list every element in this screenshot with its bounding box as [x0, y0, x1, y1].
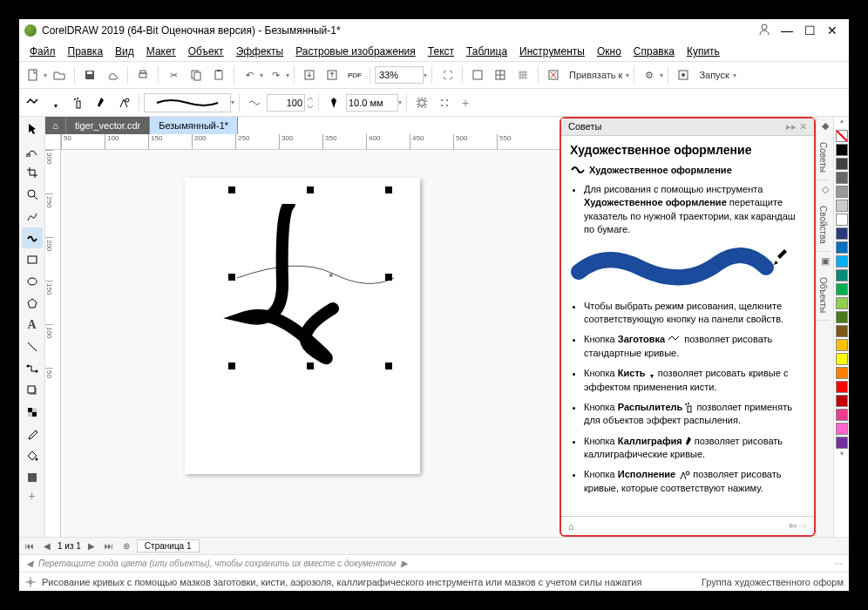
account-icon[interactable] — [753, 23, 776, 39]
polygon-tool[interactable] — [22, 293, 43, 314]
swatch[interactable] — [836, 311, 848, 323]
page-next-button[interactable]: ▶ — [85, 541, 98, 551]
hints-forward-button[interactable]: ⇨ — [799, 520, 807, 531]
connector-tool[interactable] — [22, 358, 43, 379]
artwork-stroke[interactable]: × — [220, 204, 411, 378]
docker-tab-hints-icon[interactable]: ◆ — [817, 117, 833, 135]
zoom-tool[interactable] — [22, 184, 43, 205]
sel-handle-nw[interactable] — [228, 186, 235, 193]
doc-tab-1[interactable]: tiger_vector.cdr — [66, 117, 150, 134]
cut-button[interactable]: ✂ — [163, 64, 184, 85]
palette-up-button[interactable]: ▴ — [834, 117, 849, 129]
copy-button[interactable] — [186, 64, 207, 85]
swatch[interactable] — [836, 395, 848, 407]
swatch[interactable] — [836, 200, 848, 212]
menu-bitmaps[interactable]: Растровые изображения — [290, 44, 421, 59]
new-button[interactable] — [23, 64, 44, 85]
swatch[interactable] — [836, 227, 848, 240]
fill-tool[interactable] — [22, 445, 43, 466]
swatch-black[interactable] — [836, 144, 848, 156]
menu-text[interactable]: Текст — [423, 44, 459, 59]
grid2-button[interactable] — [490, 64, 511, 85]
eyedropper-tool[interactable] — [22, 424, 43, 444]
bounding-button[interactable] — [411, 92, 432, 113]
parallel-dim-tool[interactable] — [22, 336, 43, 357]
swatch[interactable] — [836, 325, 848, 337]
swatch[interactable] — [836, 269, 848, 281]
swatch[interactable] — [836, 297, 848, 309]
save-button[interactable] — [79, 64, 100, 85]
swatch[interactable] — [836, 381, 848, 393]
zoom-input[interactable] — [375, 66, 424, 84]
tool-add[interactable]: + — [23, 489, 40, 503]
preset-button[interactable] — [23, 92, 44, 113]
import-button[interactable] — [299, 64, 320, 85]
swatch[interactable] — [836, 255, 848, 268]
doc-tab-2[interactable]: Безымянный-1* — [150, 117, 238, 134]
menu-help[interactable]: Справка — [628, 44, 680, 59]
launch-label[interactable]: Запуск — [695, 70, 732, 80]
brush-button[interactable] — [45, 92, 66, 113]
grid3-button[interactable] — [512, 64, 533, 85]
swatch[interactable] — [836, 367, 848, 379]
rectangle-tool[interactable] — [22, 249, 43, 270]
add-preset-button[interactable]: + — [457, 96, 474, 110]
swatch[interactable] — [836, 437, 848, 449]
crop-tool[interactable] — [22, 162, 43, 183]
sel-handle-ne[interactable] — [385, 186, 392, 193]
cloud-button[interactable] — [102, 64, 123, 85]
maximize-button[interactable]: ☐ — [798, 24, 821, 37]
shape-tool[interactable] — [22, 140, 43, 161]
docker-tab-hints[interactable]: Советы — [817, 135, 830, 180]
ellipse-tool[interactable] — [22, 271, 43, 292]
menu-file[interactable]: Файл — [24, 44, 61, 59]
launch-icon[interactable] — [673, 64, 694, 85]
drop-shadow-tool[interactable] — [22, 380, 43, 401]
swatch-none[interactable] — [836, 130, 848, 142]
page-prev-button[interactable]: ◀ — [40, 541, 54, 551]
swatch[interactable] — [836, 423, 848, 435]
page-first-button[interactable]: ⏮ — [23, 541, 37, 551]
menu-layout[interactable]: Макет — [141, 44, 181, 59]
text-tool[interactable]: A — [22, 315, 43, 336]
page-last-button[interactable]: ⏭ — [102, 541, 116, 551]
swatch[interactable] — [836, 339, 848, 351]
menu-effects[interactable]: Эффекты — [231, 44, 289, 59]
docker-tab-objects[interactable]: Объекты — [817, 270, 830, 321]
docker-tab-objects-icon[interactable]: ▣ — [817, 252, 833, 270]
options-button[interactable]: ⚙ — [639, 64, 660, 85]
sel-handle-n[interactable] — [307, 186, 314, 193]
menu-window[interactable]: Окно — [592, 44, 627, 59]
home-tab[interactable]: ⌂ — [45, 117, 66, 134]
hints-back-button[interactable]: ⇦ — [789, 520, 797, 531]
minimize-button[interactable]: — — [776, 24, 798, 37]
page-tab-1[interactable]: Страница 1 — [137, 539, 200, 552]
tray-next-button[interactable]: ▶ — [401, 559, 408, 568]
transparency-tool[interactable] — [22, 402, 43, 423]
swatch[interactable] — [836, 186, 848, 198]
artistic-media-tool[interactable] — [22, 227, 43, 248]
export-button[interactable] — [322, 64, 342, 85]
menu-table[interactable]: Таблица — [461, 44, 512, 59]
print-button[interactable] — [132, 64, 153, 85]
spinner-icon[interactable] — [307, 95, 314, 111]
scale-stroke-button[interactable] — [434, 92, 455, 113]
redo-button[interactable]: ↷ — [265, 64, 286, 85]
stroke-preview[interactable] — [144, 93, 231, 112]
paste-button[interactable] — [208, 64, 229, 85]
fullscreen-button[interactable]: ⛶ — [437, 64, 458, 85]
snap-label[interactable]: Привязать к — [566, 70, 626, 80]
calligraphy-button[interactable] — [91, 92, 112, 113]
docker-tab-properties[interactable]: Свойства — [817, 199, 830, 252]
tray-menu-button[interactable]: ⋯ — [833, 559, 842, 568]
pressure-button[interactable] — [113, 92, 134, 113]
smoothing-input[interactable] — [267, 94, 305, 112]
menu-object[interactable]: Объект — [183, 44, 229, 59]
menu-tools[interactable]: Инструменты — [514, 44, 590, 59]
undo-button[interactable]: ↶ — [239, 64, 260, 85]
swatch[interactable] — [836, 241, 848, 254]
swatch[interactable] — [836, 172, 848, 184]
docker-tab-props-icon[interactable]: ◇ — [817, 180, 833, 199]
close-button[interactable]: ✕ — [821, 24, 844, 37]
pdf-button[interactable]: PDF — [344, 64, 365, 85]
